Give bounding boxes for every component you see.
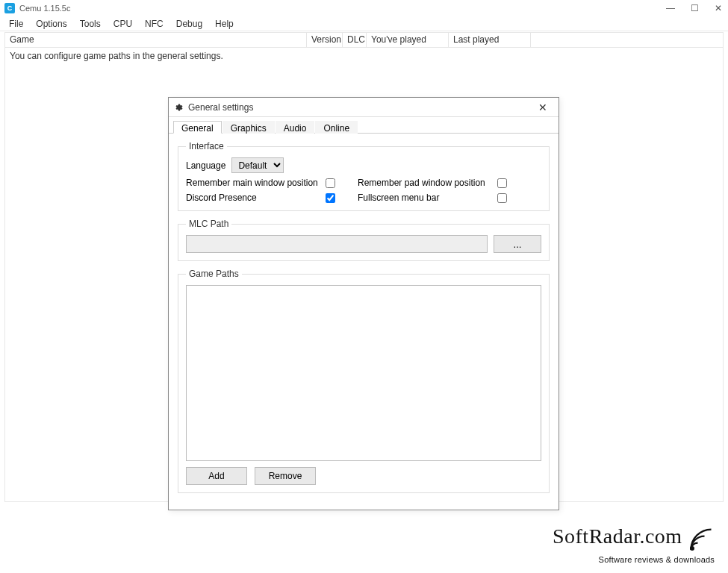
svg-point-0 bbox=[690, 546, 694, 551]
fullscreen-label: Fullscreen menu bar bbox=[358, 192, 439, 203]
dialog-titlebar: General settings ✕ bbox=[169, 98, 559, 117]
remove-button[interactable]: Remove bbox=[255, 467, 316, 485]
gamepaths-group: Game Paths Add Remove bbox=[178, 269, 550, 493]
titlebar: C Cemu 1.15.5c — ☐ ✕ bbox=[0, 0, 728, 16]
col-dlc[interactable]: DLC bbox=[343, 33, 367, 47]
dialog-close-button[interactable]: ✕ bbox=[532, 101, 554, 113]
window-controls: — ☐ ✕ bbox=[665, 3, 724, 13]
language-select[interactable]: Default bbox=[231, 157, 284, 173]
menu-nfc[interactable]: NFC bbox=[139, 17, 169, 31]
discord-label: Discord Presence bbox=[186, 192, 257, 203]
remember-pad-checkbox[interactable] bbox=[497, 178, 507, 188]
menu-file[interactable]: File bbox=[3, 17, 29, 31]
game-list-header: Game Version DLC You've played Last play… bbox=[5, 33, 723, 48]
remember-pad-label: Remember pad window position bbox=[358, 178, 485, 188]
language-label: Language bbox=[186, 160, 225, 171]
tab-general[interactable]: General bbox=[173, 121, 222, 134]
gamepaths-legend: Game Paths bbox=[186, 269, 242, 279]
watermark: SoftRadar.com Software reviews & downloa… bbox=[553, 525, 715, 564]
mlc-path-input[interactable] bbox=[186, 235, 488, 253]
watermark-main: SoftRadar.com bbox=[553, 525, 682, 548]
menu-debug[interactable]: Debug bbox=[170, 17, 208, 31]
tab-graphics[interactable]: Graphics bbox=[223, 121, 275, 134]
watermark-sub: Software reviews & downloads bbox=[553, 555, 715, 564]
interface-legend: Interface bbox=[186, 141, 227, 151]
col-version[interactable]: Version bbox=[307, 33, 343, 47]
interface-group: Interface Language Default Remember main… bbox=[178, 141, 550, 211]
mlc-legend: MLC Path bbox=[186, 219, 231, 229]
col-game[interactable]: Game bbox=[5, 33, 307, 47]
mlc-group: MLC Path ... bbox=[178, 219, 550, 261]
minimize-button[interactable]: — bbox=[665, 3, 676, 13]
tabs: General Graphics Audio Online bbox=[169, 117, 559, 134]
gamepaths-list[interactable] bbox=[186, 285, 541, 461]
menu-options[interactable]: Options bbox=[30, 17, 72, 31]
fullscreen-checkbox[interactable] bbox=[497, 193, 507, 203]
dialog-title: General settings bbox=[188, 102, 253, 113]
col-last[interactable]: Last played bbox=[449, 33, 531, 47]
window-title: Cemu 1.15.5c bbox=[19, 4, 70, 13]
remember-main-label: Remember main window position bbox=[186, 178, 318, 188]
menu-help[interactable]: Help bbox=[209, 17, 240, 31]
radar-icon bbox=[688, 526, 715, 555]
dialog-body: Interface Language Default Remember main… bbox=[169, 134, 559, 510]
col-played[interactable]: You've played bbox=[367, 33, 449, 47]
tab-online[interactable]: Online bbox=[315, 121, 358, 134]
add-button[interactable]: Add bbox=[186, 467, 247, 485]
menubar: File Options Tools CPU NFC Debug Help bbox=[0, 16, 728, 31]
settings-dialog: General settings ✕ General Graphics Audi… bbox=[168, 97, 559, 510]
remember-main-checkbox[interactable] bbox=[326, 178, 335, 188]
close-button[interactable]: ✕ bbox=[713, 3, 724, 13]
menu-tools[interactable]: Tools bbox=[74, 17, 107, 31]
gear-icon bbox=[173, 102, 184, 113]
mlc-browse-button[interactable]: ... bbox=[494, 235, 541, 253]
maximize-button[interactable]: ☐ bbox=[689, 3, 700, 13]
game-list-empty-message: You can configure game paths in the gene… bbox=[5, 48, 723, 64]
menu-cpu[interactable]: CPU bbox=[108, 17, 138, 31]
tab-audio[interactable]: Audio bbox=[276, 121, 315, 134]
discord-checkbox[interactable] bbox=[326, 193, 335, 203]
app-icon: C bbox=[4, 3, 15, 13]
